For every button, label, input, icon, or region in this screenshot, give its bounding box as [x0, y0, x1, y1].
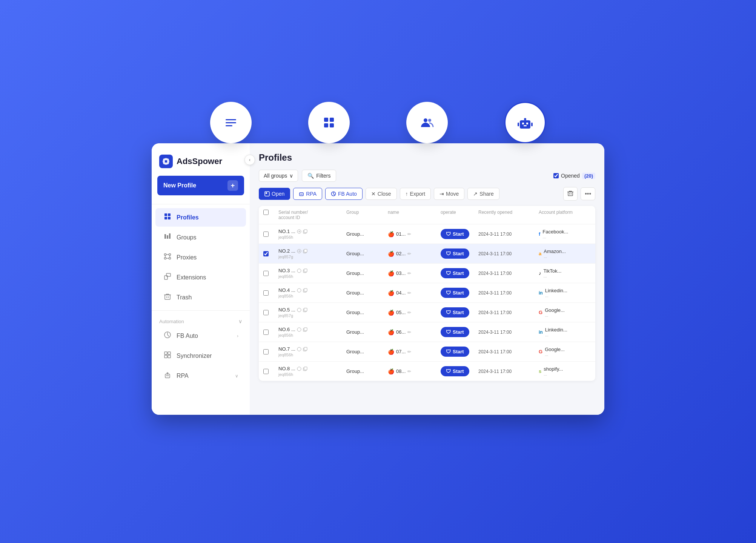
row8-checkbox[interactable] — [263, 369, 269, 374]
row7-edit-icon[interactable]: ✏ — [407, 349, 411, 354]
table-row: NO.7 ... jeq856h Group... 🍎 07... ✏ — [259, 342, 595, 362]
row1-platform-sub: ... — [542, 235, 568, 239]
row6-start-button[interactable]: 🛡 Start — [441, 327, 469, 337]
sidebar-item-fb-auto[interactable]: FB Auto › — [155, 327, 246, 345]
svg-point-22 — [169, 254, 171, 256]
svg-rect-39 — [168, 355, 171, 358]
row2-checkbox[interactable] — [263, 251, 269, 256]
svg-point-7 — [424, 118, 427, 122]
new-profile-button[interactable]: New Profile + — [157, 176, 244, 195]
row5-start-button[interactable]: 🛡 Start — [441, 307, 469, 318]
delete-button[interactable] — [563, 187, 578, 201]
row1-start-button[interactable]: 🛡 Start — [441, 229, 469, 239]
row2-start-button[interactable]: 🛡 Start — [441, 248, 469, 259]
opened-filter[interactable]: Opened (20) — [553, 173, 595, 179]
export-icon: ↑ — [406, 191, 408, 197]
svg-rect-92 — [304, 367, 307, 370]
groups-icon — [163, 233, 172, 242]
float-grid-icon[interactable] — [308, 102, 350, 143]
select-all-checkbox[interactable] — [263, 210, 269, 215]
row5-checkbox[interactable] — [263, 310, 269, 315]
row4-checkbox[interactable] — [263, 290, 269, 296]
sidebar-divider-1 — [152, 204, 250, 204]
svg-rect-1 — [226, 122, 236, 123]
row7-checkbox[interactable] — [263, 349, 269, 354]
svg-rect-87 — [304, 347, 307, 350]
svg-rect-42 — [168, 375, 169, 376]
svg-rect-62 — [304, 249, 307, 252]
row1-link-icon — [297, 229, 301, 234]
header-check-col — [263, 210, 278, 220]
move-label: Move — [446, 191, 459, 197]
trash-icon — [163, 293, 172, 302]
logo-icon — [159, 155, 173, 168]
row1-edit-icon[interactable]: ✏ — [407, 232, 411, 237]
svg-rect-31 — [165, 295, 170, 299]
row7-start-button[interactable]: 🛡 Start — [441, 347, 469, 357]
float-robot-icon[interactable] — [504, 102, 546, 143]
row2-edit-icon[interactable]: ✏ — [407, 251, 411, 256]
filter-button[interactable]: 🔍 Filters — [302, 170, 336, 182]
row3-start-button[interactable]: 🛡 Start — [441, 268, 469, 278]
row3-edit-icon[interactable]: ✏ — [407, 271, 411, 276]
row4-edit-icon[interactable]: ✏ — [407, 290, 411, 296]
close-button[interactable]: ✕ Close — [366, 188, 397, 200]
sidebar-item-groups[interactable]: Groups — [155, 228, 246, 247]
row2-platform-name: Amazon... — [544, 248, 566, 254]
row8-start-button[interactable]: 🛡 Start — [441, 366, 469, 376]
row1-group: Group... — [346, 231, 388, 237]
row2-platform: a Amazon... ... — [539, 248, 595, 259]
opened-checkbox[interactable] — [553, 173, 559, 178]
row1-name: 🍎 01... ✏ — [388, 231, 441, 237]
row3-operate: 🛡 Start — [441, 268, 478, 278]
automation-label: Automation ∨ — [152, 314, 250, 326]
sidebar-collapse-button[interactable]: ‹ — [244, 155, 255, 165]
sidebar-item-trash[interactable]: Trash — [155, 288, 246, 307]
table-row: NO.5 ... jeq857g Group... 🍎 05... ✏ — [259, 303, 595, 322]
profiles-icon — [163, 213, 172, 222]
plus-icon: + — [227, 180, 238, 191]
row6-checkbox[interactable] — [263, 330, 269, 335]
group-select[interactable]: All groups ∨ — [259, 170, 298, 182]
app-container: AdsSpower New Profile + Profiles — [152, 143, 604, 415]
fb-auto-button[interactable]: FB Auto — [325, 188, 363, 200]
float-users-icon[interactable] — [406, 102, 448, 143]
svg-point-21 — [164, 254, 166, 256]
table-row: NO.8 ... jeq856h Group... 🍎 08... ✏ — [259, 362, 595, 381]
row5-edit-icon[interactable]: ✏ — [407, 310, 411, 315]
more-options-button[interactable]: ••• — [581, 187, 595, 200]
svg-rect-72 — [304, 288, 307, 291]
extensions-icon — [163, 273, 172, 282]
row3-check-col — [263, 271, 278, 276]
row8-edit-icon[interactable]: ✏ — [407, 369, 411, 374]
share-button[interactable]: ↗ Share — [467, 188, 499, 200]
row3-checkbox[interactable] — [263, 271, 269, 276]
row4-start-button[interactable]: 🛡 Start — [441, 288, 469, 298]
row3-platform-name: TikTok... — [544, 268, 562, 274]
open-button[interactable]: Open — [259, 188, 290, 200]
move-button[interactable]: ⇥ Move — [434, 188, 464, 200]
opened-count: (20) — [582, 173, 595, 179]
sidebar-item-profiles[interactable]: Profiles — [155, 208, 246, 227]
svg-rect-41 — [166, 375, 167, 376]
more-dots-icon: ••• — [585, 190, 591, 197]
float-list-icon[interactable] — [210, 102, 252, 143]
row6-edit-icon[interactable]: ✏ — [407, 330, 411, 335]
row1-shield-icon: 🛡 — [446, 231, 451, 237]
svg-rect-82 — [304, 328, 307, 331]
sidebar-item-rpa[interactable]: RPA ∨ — [155, 367, 246, 385]
svg-point-65 — [297, 269, 301, 273]
move-icon: ⇥ — [439, 191, 444, 197]
fb-auto-btn-label: FB Auto — [338, 191, 357, 197]
row1-checkbox[interactable] — [263, 232, 269, 237]
svg-point-80 — [297, 328, 301, 331]
sidebar-item-synchronizer[interactable]: Synchronizer — [155, 347, 246, 365]
table-row: NO.6 ... jeq856h Group... 🍎 06... ✏ — [259, 322, 595, 342]
header-group: Group — [346, 210, 388, 220]
row6-platform-icon: in — [539, 330, 543, 335]
sidebar-item-extensions[interactable]: Extensions — [155, 268, 246, 287]
sidebar-item-proxies[interactable]: Proxies — [155, 248, 246, 267]
row3-serial: NO.3 ... jeq856h — [278, 268, 346, 279]
rpa-button[interactable]: RPA — [293, 188, 322, 200]
export-button[interactable]: ↑ Export — [400, 188, 431, 200]
